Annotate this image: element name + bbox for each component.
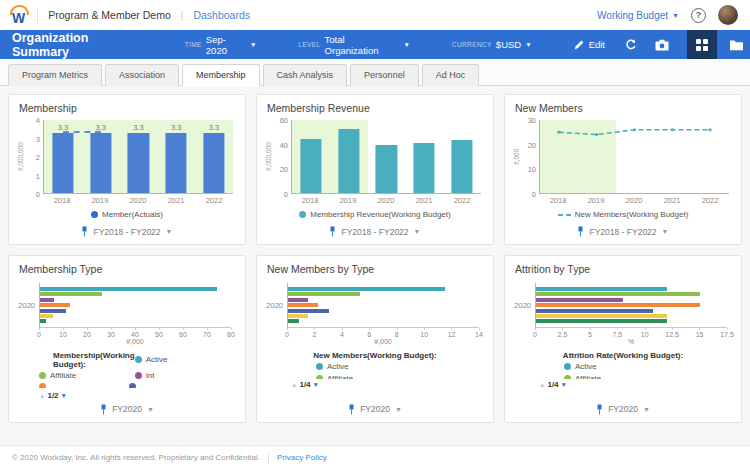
tab-personnel[interactable]: Personnel [350,64,419,86]
screenshot-button[interactable] [655,39,669,51]
bar [338,129,359,193]
x-tick-label: 10 [641,331,649,338]
bar-slot [330,120,368,193]
y-category-label: 2020 [261,283,287,328]
currency-filter-value: $USD [496,39,521,50]
chart-title: Attrition by Type [505,256,741,277]
bar [40,309,66,313]
legend-label: Affiliate [575,374,601,379]
time-range-selector[interactable]: FY2018 - FY2022 ▼ [257,222,493,244]
x-tick-label: 14 [475,331,483,338]
time-range-selector[interactable]: FY2020 ▼ [505,400,741,422]
bar [376,145,397,193]
x-tick-label: 12 [448,331,456,338]
bar [288,303,318,307]
time-range-selector[interactable]: FY2018 - FY2022 ▼ [9,222,245,244]
x-tick-label: 60 [179,331,187,338]
time-filter-label: TIME [185,41,202,48]
legend-header: Attrition Rate(Working Budget): [505,351,741,360]
time-range-label: FY2018 - FY2022 [589,227,656,237]
legend-page-up[interactable]: ▲ [291,381,297,388]
working-budget-selector[interactable]: Working Budget ▼ [597,10,679,21]
bar [288,309,329,313]
dashboard-grid-button[interactable] [687,30,717,59]
pin-icon [348,404,355,415]
refresh-icon [625,39,637,51]
bar [90,133,111,193]
x-tick-label: 6 [367,331,371,338]
x-axis-labels: 20182019202020212022 [291,194,481,207]
legend-page-down[interactable]: ▼ [61,392,67,399]
refresh-button[interactable] [625,39,637,51]
edit-button[interactable]: Edit [574,39,605,50]
help-button[interactable]: ? [691,8,706,23]
divider: | [181,10,184,21]
legend-page-down[interactable]: ▼ [561,381,567,388]
plot-area [291,120,481,194]
x-tick-label: 2020 [615,196,653,205]
x-tick-label: 0 [37,331,41,338]
legend-pagination: ▲1/2▼ [39,391,219,400]
legend-entry: Member(Actuals) [91,210,163,220]
legend-header: Membership(Working Budget): [39,351,135,369]
x-tick-label: 2021 [653,196,691,205]
legend-page-up[interactable]: ▲ [39,392,45,399]
x-tick-label: 10 [420,331,428,338]
folder-button[interactable] [729,39,744,51]
chart-title: Membership [9,95,245,116]
vertical-chart: #,000,000012343.33.33.33.33.320182019202… [9,116,245,207]
x-tick-label: 2019 [329,196,367,205]
card-membership-type: Membership Type 202001020304050607080#,0… [8,255,246,423]
legend-entry: Affiliate [316,374,434,379]
page-title: Organization Summary [12,31,147,59]
legend-dot [129,383,136,388]
tab-membership[interactable]: Membership [182,64,260,86]
tab-association[interactable]: Association [105,64,179,86]
chart-legend: New Members(Working Budget):ActiveAffili… [257,348,493,389]
bar-affiliate [40,292,102,296]
bar [536,303,700,307]
bar-slot [443,120,481,193]
copyright-text: © 2020 Workday, Inc. All rights reserved… [12,453,260,462]
level-filter[interactable]: LEVEL Total Organization ▼ [298,34,409,56]
tab-program-metrics[interactable]: Program Metrics [8,64,102,86]
time-range-label: FY2020 [112,404,142,414]
x-tick-label: 2018 [43,196,81,205]
x-axis-label: #,000 [39,338,231,348]
avatar[interactable] [718,5,738,25]
y-tick-label: 20 [280,165,288,174]
chevron-down-icon: ▼ [395,406,402,413]
legend-dot [299,211,306,218]
tab-ad-hoc[interactable]: Ad Hoc [422,64,480,86]
privacy-policy-link[interactable]: Privacy Policy [277,453,327,462]
x-tick-label: 2020 [367,196,405,205]
chart-legend: Membership(Working Budget):ActiveAffilia… [9,348,245,400]
workday-logo[interactable]: W [12,11,25,25]
time-range-selector[interactable]: FY2018 - FY2022 ▼ [505,222,741,244]
y-axis-ticks: 0204060 [273,120,291,194]
legend-page-down[interactable]: ▼ [313,381,319,388]
time-range-selector[interactable]: FY2020 ▼ [9,400,245,422]
legend-entries: ActiveAffiliate [564,362,682,379]
currency-filter[interactable]: CURRENCY $USD ▼ [452,39,532,50]
horizontal-chart: 202002.557.51012.51517.5% [505,277,741,348]
x-axis-label: % [535,338,727,348]
card-attrition-by-type: Attrition by Type 202002.557.51012.51517… [504,255,742,423]
x-tick-label: 20 [83,331,91,338]
x-tick-label: 80 [227,331,235,338]
time-range-selector[interactable]: FY2020 ▼ [257,400,493,422]
x-tick-label: 40 [131,331,139,338]
page-header: Organization Summary TIME Sep-2020 ▼ LEV… [0,30,750,59]
tab-cash-analysis[interactable]: Cash Analysis [263,64,348,86]
legend-page-up[interactable]: ▲ [539,381,545,388]
y-tick-label: 4 [36,116,40,125]
divider [37,8,38,23]
dashboards-link[interactable]: Dashboards [193,9,250,21]
y-tick-label: 3 [36,134,40,143]
bar [40,314,53,318]
legend-dot [564,375,571,379]
time-filter[interactable]: TIME Sep-2020 ▼ [185,34,257,56]
pin-icon [329,226,336,237]
bar-slot: 3.3 [157,120,195,193]
chevron-down-icon: ▼ [166,228,173,235]
